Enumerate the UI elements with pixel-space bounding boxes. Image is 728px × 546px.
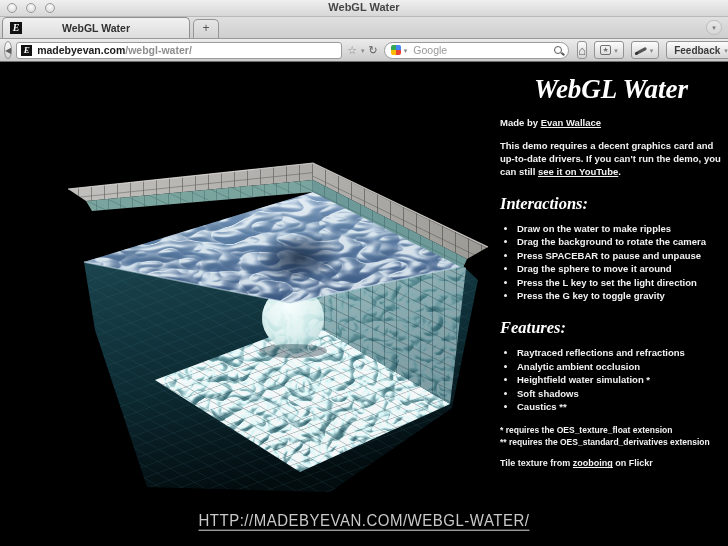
intro-paragraph: This demo requires a decent graphics car…: [500, 139, 722, 178]
intro-period: .: [618, 166, 621, 177]
tab-label: WebGL Water: [3, 18, 189, 39]
url-bar[interactable]: E madebyevan.com /webgl-water/: [16, 42, 342, 59]
home-icon: ⌂: [578, 43, 586, 58]
features-heading: Features:: [500, 318, 722, 338]
footnotes: * requires the OES_texture_float extensi…: [500, 424, 722, 448]
location-bar-actions: ☆ ▾ ↻: [347, 45, 378, 56]
bookmarks-toolbar-button[interactable]: ★ ▾: [594, 41, 624, 59]
list-item: Analytic ambient occlusion: [517, 360, 722, 373]
tab-bar: E WebGL Water + ▾: [0, 17, 728, 39]
style-editor-button[interactable]: ▾: [631, 41, 660, 59]
features-list: Raytraced reflections and refractionsAna…: [500, 346, 722, 413]
info-panel: WebGL Water Made by Evan Wallace This de…: [500, 74, 722, 468]
list-item: Draw on the water to make ripples: [517, 222, 722, 235]
back-button[interactable]: ◀: [4, 41, 12, 59]
page-title: WebGL Water: [500, 74, 722, 104]
brush-icon: [637, 46, 647, 53]
list-item: Caustics **: [517, 400, 722, 413]
new-tab-button[interactable]: +: [193, 19, 219, 38]
search-bar[interactable]: ▾: [384, 42, 570, 59]
page-content: WebGL Water Made by Evan Wallace This de…: [0, 62, 728, 546]
footer-url-link[interactable]: HTTP://MADEBYEVAN.COM/WEBGL-WATER/: [199, 511, 530, 529]
list-item: Press SPACEBAR to pause and unpause: [517, 249, 722, 262]
credit-prefix: Tile texture from: [500, 458, 573, 468]
list-item: Raytraced reflections and refractions: [517, 346, 722, 359]
home-button[interactable]: ⌂: [577, 41, 587, 59]
footnote-texture-float: * requires the OES_texture_float extensi…: [500, 424, 722, 436]
chevron-down-icon: ▾: [614, 47, 618, 54]
list-item: Heightfield water simulation *: [517, 373, 722, 386]
list-item: Drag the sphere to move it around: [517, 262, 722, 275]
window-title: WebGL Water: [0, 1, 728, 13]
youtube-link[interactable]: see it on YouTube: [538, 166, 618, 177]
back-arrow-icon: ◀: [5, 46, 11, 55]
url-path: /webgl-water/: [125, 44, 192, 56]
texture-credit: Tile texture from zooboing on Flickr: [500, 458, 722, 468]
interactions-heading: Interactions:: [500, 194, 722, 214]
footer-caption: HTTP://MADEBYEVAN.COM/WEBGL-WATER/: [0, 512, 728, 530]
chevron-down-icon: ▾: [650, 47, 654, 54]
reload-icon[interactable]: ↻: [369, 45, 378, 56]
star-box-icon: ★: [600, 45, 611, 55]
search-input[interactable]: [411, 43, 550, 57]
zooboing-link[interactable]: zooboing: [573, 458, 613, 468]
site-favicon: E: [21, 45, 32, 56]
search-icon[interactable]: [554, 46, 562, 54]
interactions-list: Draw on the water to make ripplesDrag th…: [500, 222, 722, 302]
chevron-down-icon: ▾: [724, 47, 728, 54]
chevron-down-icon[interactable]: ▾: [361, 47, 365, 54]
credit-suffix: on Flickr: [613, 458, 653, 468]
author-link[interactable]: Evan Wallace: [541, 117, 601, 128]
window-titlebar[interactable]: WebGL Water: [0, 0, 728, 17]
bookmark-star-icon[interactable]: ☆: [347, 45, 357, 56]
byline-prefix: Made by: [500, 117, 541, 128]
list-all-tabs-button[interactable]: ▾: [706, 20, 722, 35]
list-item: Press the L key to set the light directi…: [517, 276, 722, 289]
list-item: Soft shadows: [517, 387, 722, 400]
list-item: Drag the background to rotate the camera: [517, 235, 722, 248]
tab-webgl-water[interactable]: E WebGL Water: [2, 17, 190, 38]
byline: Made by Evan Wallace: [500, 117, 722, 128]
search-engine-chevron-icon[interactable]: ▾: [404, 47, 408, 54]
site-favicon: E: [10, 22, 22, 34]
browser-window: WebGL Water E WebGL Water + ▾ ◀ E madeby…: [0, 0, 728, 546]
url-host: madebyevan.com: [37, 44, 125, 56]
navigation-toolbar: ◀ E madebyevan.com /webgl-water/ ☆ ▾ ↻ ▾…: [0, 39, 728, 62]
feedback-button[interactable]: Feedback ▾: [666, 41, 728, 59]
feedback-label: Feedback: [674, 45, 720, 56]
google-logo-icon: [391, 45, 401, 55]
footnote-standard-derivatives: ** requires the OES_standard_derivatives…: [500, 436, 722, 448]
list-item: Press the G key to toggle gravity: [517, 289, 722, 302]
